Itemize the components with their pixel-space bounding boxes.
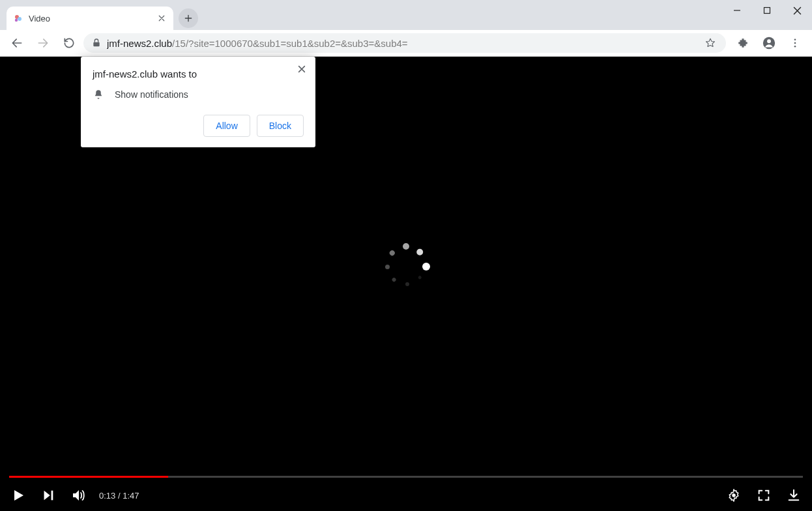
profile-button[interactable]: [757, 31, 781, 55]
nav-reload-button[interactable]: [57, 31, 81, 55]
svg-point-7: [794, 38, 796, 40]
player-controls: 0:13 / 1:47: [0, 480, 812, 511]
extensions-button[interactable]: [731, 31, 755, 55]
url-host: jmf-news2.club: [107, 38, 172, 49]
url-path: /15/?site=1000670&sub1=sub1&sub2=&sub3=&…: [172, 38, 408, 49]
settings-button[interactable]: [725, 486, 743, 504]
browser-menu-button[interactable]: [783, 31, 807, 55]
svg-point-6: [767, 39, 771, 43]
permission-block-button[interactable]: Block: [257, 115, 304, 137]
window-controls: [722, 0, 812, 21]
duration: 1:47: [123, 491, 139, 501]
permission-close-button[interactable]: [295, 62, 309, 76]
new-tab-button[interactable]: [179, 8, 198, 28]
fullscreen-button[interactable]: [755, 486, 773, 504]
play-button[interactable]: [9, 486, 27, 504]
svg-point-8: [794, 42, 796, 44]
nav-forward-button[interactable]: [31, 31, 55, 55]
browser-toolbar: jmf-news2.club/15/?site=1000670&sub1=sub…: [0, 30, 812, 57]
titlebar: Video: [0, 0, 812, 30]
svg-point-11: [732, 493, 736, 497]
loading-spinner-icon: [380, 240, 432, 292]
bell-icon: [93, 89, 104, 100]
svg-rect-10: [51, 491, 53, 501]
next-button[interactable]: [39, 486, 57, 504]
permission-allow-button[interactable]: Allow: [203, 115, 250, 137]
svg-point-1: [18, 17, 22, 21]
svg-point-9: [794, 46, 796, 48]
volume-button[interactable]: [69, 486, 87, 504]
progress-bar[interactable]: [9, 476, 803, 478]
permission-title: jmf-news2.club wants to: [93, 68, 304, 80]
tab-favicon: [13, 13, 23, 23]
address-url: jmf-news2.club/15/?site=1000670&sub1=sub…: [107, 38, 697, 49]
svg-rect-4: [93, 42, 99, 47]
tab-close-button[interactable]: [156, 13, 167, 23]
download-button[interactable]: [785, 486, 803, 504]
window-minimize-button[interactable]: [722, 0, 752, 21]
window-close-button[interactable]: [782, 0, 812, 21]
svg-rect-3: [764, 8, 770, 14]
window-maximize-button[interactable]: [752, 0, 782, 21]
time-display: 0:13 / 1:47: [99, 491, 139, 501]
current-time: 0:13: [99, 491, 115, 501]
svg-point-2: [15, 19, 18, 22]
tab-title: Video: [29, 14, 151, 23]
progress-played: [9, 476, 168, 478]
address-bar[interactable]: jmf-news2.club/15/?site=1000670&sub1=sub…: [83, 33, 726, 53]
permission-popup: jmf-news2.club wants to Show notificatio…: [81, 57, 315, 147]
bookmark-star-button[interactable]: [703, 35, 718, 51]
lock-icon: [91, 38, 102, 48]
permission-line: Show notifications: [115, 89, 188, 100]
browser-tab[interactable]: Video: [7, 7, 173, 30]
toolbar-right-icons: [731, 31, 807, 55]
nav-back-button[interactable]: [5, 31, 29, 55]
